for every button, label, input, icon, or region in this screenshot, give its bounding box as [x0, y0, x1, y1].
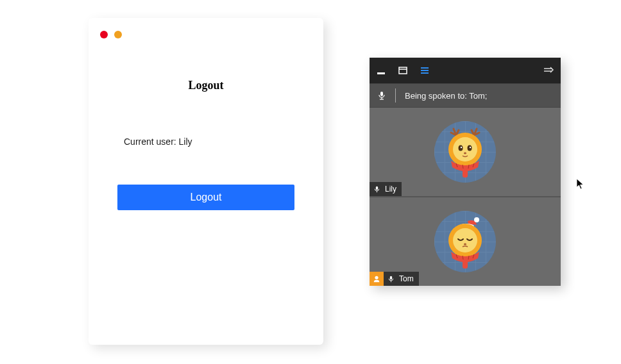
participant-name: Tom [397, 272, 419, 286]
close-window-dot[interactable] [100, 31, 108, 38]
mic-icon[interactable] [384, 272, 397, 286]
call-toolbar [370, 58, 561, 83]
svg-point-15 [461, 147, 462, 148]
participant-name: Lily [383, 182, 402, 196]
list-view-icon[interactable] [420, 65, 430, 76]
svg-rect-36 [390, 276, 392, 279]
logout-button[interactable]: Logout [117, 185, 294, 210]
avatar [434, 121, 496, 183]
window-controls [100, 31, 122, 38]
status-divider [395, 88, 396, 103]
status-text: Being spoken to: Tom; [405, 91, 487, 101]
participant-label: Lily [370, 182, 402, 196]
mic-icon[interactable] [377, 91, 386, 100]
svg-rect-8 [380, 92, 383, 96]
logout-window: Logout Current user: Lily Logout [89, 18, 323, 345]
current-user-label: Current user: Lily [124, 136, 192, 147]
participant-tile[interactable]: Tom [370, 197, 561, 286]
svg-point-17 [464, 153, 466, 154]
svg-point-35 [375, 276, 378, 279]
svg-rect-23 [376, 186, 378, 190]
call-window: Being spoken to: Tom; [370, 58, 561, 286]
participant-tile[interactable]: Lily [370, 108, 561, 197]
minimize-icon[interactable] [376, 65, 386, 76]
page-title: Logout [89, 79, 323, 92]
mic-icon[interactable] [370, 182, 383, 196]
svg-rect-0 [377, 72, 385, 74]
minimize-window-dot[interactable] [114, 31, 122, 38]
svg-point-25 [474, 217, 479, 222]
svg-point-29 [464, 244, 466, 245]
svg-point-14 [468, 145, 472, 151]
window-icon[interactable] [398, 65, 408, 76]
svg-point-12 [453, 137, 477, 161]
svg-point-13 [459, 145, 463, 151]
participant-tiles: Lily [370, 108, 561, 286]
avatar [434, 211, 496, 272]
status-bar: Being spoken to: Tom; [370, 83, 561, 108]
svg-point-16 [470, 147, 471, 148]
svg-point-28 [453, 228, 477, 252]
cursor-icon [576, 178, 585, 192]
menu-icon[interactable] [543, 65, 554, 76]
participant-label: Tom [370, 272, 419, 286]
svg-rect-1 [399, 67, 407, 74]
speaker-icon [370, 272, 384, 286]
